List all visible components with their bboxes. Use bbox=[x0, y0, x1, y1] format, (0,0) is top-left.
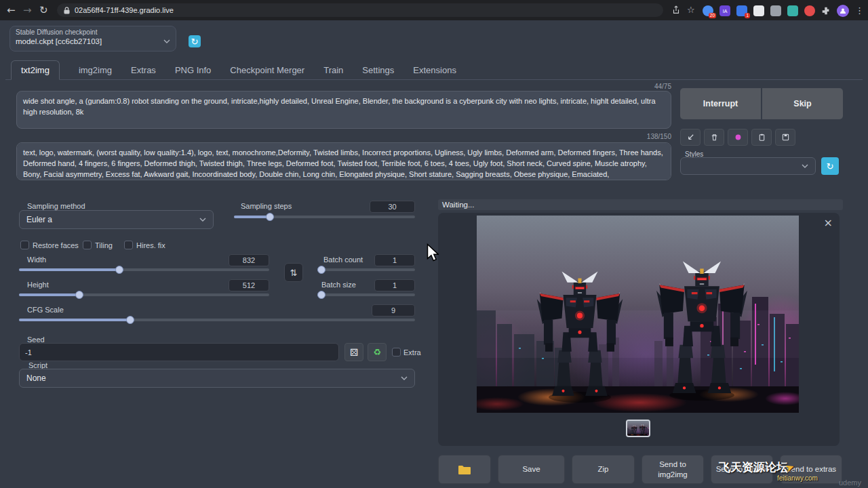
slider-knob[interactable] bbox=[75, 291, 83, 299]
save-style-button[interactable] bbox=[775, 129, 795, 146]
extension-icon[interactable] bbox=[770, 5, 781, 16]
clear-prompt-button[interactable] bbox=[704, 129, 724, 146]
hires-fix-checkbox[interactable] bbox=[124, 241, 133, 249]
script-value: None bbox=[26, 373, 46, 383]
share-icon[interactable] bbox=[671, 5, 681, 15]
negative-prompt-input[interactable]: text, logo, watermark, (worst quality, l… bbox=[16, 142, 671, 180]
batch-size-numbox-wrap bbox=[374, 279, 415, 291]
floppy-save-icon bbox=[781, 133, 790, 142]
extension-icon[interactable] bbox=[787, 5, 798, 16]
tab-txt2img[interactable]: txt2img bbox=[11, 60, 60, 80]
checkpoint-label: Stable Diffusion checkpoint bbox=[16, 28, 170, 36]
interrupt-button[interactable]: Interrupt bbox=[680, 88, 761, 119]
address-bar[interactable]: 02a56ff4-71ff-439e.gradio.live bbox=[57, 3, 663, 17]
width-input[interactable] bbox=[229, 254, 269, 266]
puzzle-extensions-icon[interactable] bbox=[821, 6, 831, 16]
tiling-checkbox[interactable] bbox=[83, 241, 92, 249]
tab-checkpoint-merger[interactable]: Checkpoint Merger bbox=[230, 61, 304, 79]
styles-select[interactable] bbox=[680, 157, 816, 175]
seed-input[interactable] bbox=[19, 343, 339, 361]
prompt-tool-row bbox=[680, 129, 795, 146]
gallery-thumbnail[interactable] bbox=[627, 421, 649, 436]
browser-menu-icon[interactable]: ⋮ bbox=[855, 5, 864, 16]
save-button[interactable]: Save bbox=[498, 455, 565, 484]
profile-avatar[interactable] bbox=[837, 5, 849, 17]
height-label: Height bbox=[27, 281, 49, 289]
batch-size-slider[interactable] bbox=[317, 293, 415, 296]
chevron-down-icon bbox=[163, 39, 170, 43]
open-output-folder-button[interactable] bbox=[438, 455, 491, 484]
progress-status: Waiting... bbox=[438, 199, 843, 210]
arrow-down-left-icon bbox=[686, 133, 695, 142]
lock-icon bbox=[64, 7, 70, 14]
tab-train[interactable]: Train bbox=[323, 61, 343, 79]
restore-faces-checkbox[interactable] bbox=[20, 241, 29, 249]
random-seed-dice-button[interactable]: ⚄ bbox=[344, 343, 363, 361]
styles-refresh-button[interactable]: ↻ bbox=[821, 157, 839, 175]
cfg-scale-slider[interactable] bbox=[19, 319, 415, 321]
width-slider[interactable] bbox=[19, 268, 269, 271]
checkpoint-select[interactable]: model.ckpt [cc6cb27103] bbox=[16, 37, 170, 45]
sampling-method-select[interactable]: Euler a bbox=[19, 210, 214, 229]
cfg-numbox-wrap bbox=[372, 304, 415, 317]
send-to-img2img-button[interactable]: Send to img2img bbox=[642, 455, 704, 484]
extra-networks-button[interactable] bbox=[728, 129, 748, 146]
zip-button[interactable]: Zip bbox=[572, 455, 635, 484]
sampling-steps-numbox-wrap bbox=[370, 200, 415, 213]
slider-fill bbox=[234, 216, 270, 218]
trash-icon bbox=[710, 133, 719, 142]
tab-extensions[interactable]: Extensions bbox=[413, 61, 456, 79]
slider-knob[interactable] bbox=[126, 316, 134, 324]
sampling-steps-input[interactable] bbox=[370, 201, 415, 213]
slider-knob[interactable] bbox=[317, 291, 326, 299]
tab-divider bbox=[5, 79, 863, 80]
bookmark-star-icon[interactable]: ☆ bbox=[687, 0, 695, 20]
browser-forward-icon[interactable]: → bbox=[23, 0, 32, 20]
cfg-scale-input[interactable] bbox=[372, 304, 415, 317]
extension-icon[interactable]: 20 bbox=[703, 5, 713, 16]
height-slider[interactable] bbox=[19, 293, 269, 296]
height-numbox-wrap bbox=[229, 279, 269, 291]
seed-extra-checkbox[interactable] bbox=[392, 348, 401, 357]
sampling-steps-label: Sampling steps bbox=[241, 202, 292, 210]
watermark-udemy: udemy bbox=[839, 479, 861, 487]
extension-icon[interactable]: IA bbox=[719, 5, 730, 16]
tab-extras[interactable]: Extras bbox=[131, 61, 156, 79]
reuse-seed-recycle-button[interactable]: ♻ bbox=[368, 343, 387, 361]
tab-png-info[interactable]: PNG Info bbox=[175, 61, 211, 79]
skip-button[interactable]: Skip bbox=[762, 88, 843, 119]
batch-count-slider[interactable] bbox=[317, 268, 415, 271]
script-select[interactable]: None bbox=[19, 369, 415, 388]
watermark-text: 飞天资源论坛 bbox=[719, 460, 788, 475]
tab-settings[interactable]: Settings bbox=[362, 61, 394, 79]
sampling-method-label: Sampling method bbox=[27, 202, 85, 210]
slider-knob[interactable] bbox=[266, 213, 274, 221]
generated-image-preview[interactable] bbox=[477, 216, 799, 413]
browser-reload-icon[interactable]: ↻ bbox=[39, 0, 48, 20]
apply-style-button[interactable] bbox=[751, 129, 772, 146]
checkpoint-refresh-button[interactable]: ↻ bbox=[189, 35, 201, 47]
clipboard-icon bbox=[757, 133, 766, 142]
checkpoint-block: Stable Diffusion checkpoint model.ckpt [… bbox=[9, 26, 176, 52]
sampling-steps-slider[interactable] bbox=[234, 216, 415, 218]
prompt-input[interactable]: wide shot angle, a (gundam:0.8) robot st… bbox=[16, 91, 671, 129]
height-input[interactable] bbox=[229, 279, 269, 291]
extension-icon[interactable] bbox=[804, 5, 815, 16]
slider-knob[interactable] bbox=[317, 266, 326, 274]
paste-generation-params-button[interactable] bbox=[680, 129, 701, 146]
tab-img2img[interactable]: img2img bbox=[79, 61, 112, 79]
slider-knob[interactable] bbox=[115, 266, 123, 274]
browser-back-icon[interactable]: ← bbox=[7, 0, 16, 20]
extension-icon[interactable] bbox=[753, 5, 764, 16]
close-gallery-icon[interactable]: × bbox=[824, 216, 833, 229]
batch-count-input[interactable] bbox=[374, 254, 415, 266]
extension-label: IA bbox=[723, 9, 728, 14]
url-text: 02a56ff4-71ff-439e.gradio.live bbox=[75, 6, 174, 14]
slider-fill bbox=[19, 268, 119, 271]
extension-icon[interactable]: 1 bbox=[736, 5, 747, 16]
sampling-method-value: Euler a bbox=[26, 215, 52, 224]
cfg-scale-label: CFG Scale bbox=[27, 306, 64, 314]
batch-size-input[interactable] bbox=[374, 279, 415, 291]
swap-dimensions-button[interactable]: ⇅ bbox=[284, 263, 303, 282]
chevron-down-icon bbox=[401, 376, 408, 380]
